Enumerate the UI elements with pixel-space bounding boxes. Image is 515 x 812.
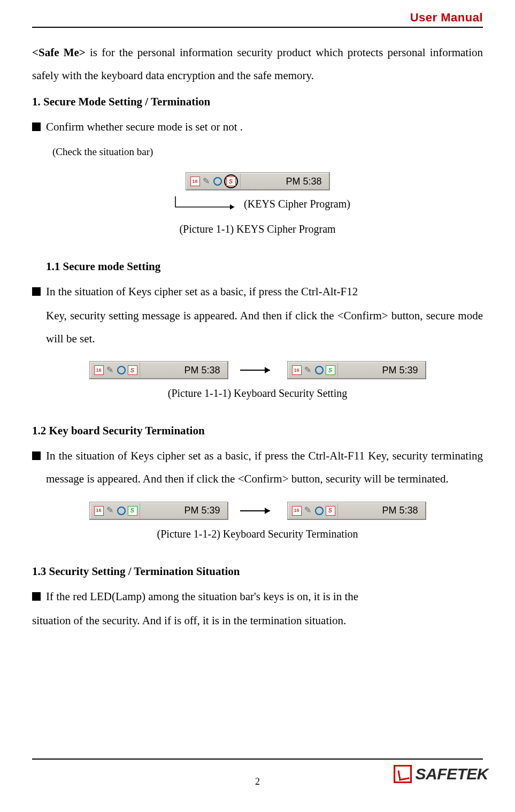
keys-cipher-s-active-icon: S bbox=[326, 365, 335, 375]
tray-icons: 16 ✎ S bbox=[92, 503, 140, 518]
taskbar-mock: 16 ✎ S PM 5:38 bbox=[186, 172, 330, 190]
tray-icons: 16 ✎ S bbox=[290, 363, 338, 378]
calendar-icon: 16 bbox=[292, 365, 302, 375]
calendar-icon: 16 bbox=[94, 506, 104, 516]
page-footer: 2 SAFETEK bbox=[32, 759, 483, 796]
taskbar-after: 16 ✎ S PM 5:39 bbox=[287, 361, 426, 379]
figure-1-1-label: (Picture 1-1) KEYS Cipher Program bbox=[32, 218, 483, 240]
blue-circle-icon bbox=[314, 365, 324, 375]
arrow-right-icon bbox=[239, 365, 276, 376]
sec13-paragraph: situation of the security. And if is off… bbox=[32, 609, 483, 632]
sec11-paragraph: Key, security setting message is appeare… bbox=[46, 304, 483, 350]
keys-cipher-s-active-icon: S bbox=[128, 506, 137, 516]
header-title: User Manual bbox=[410, 11, 483, 24]
intro-paragraph: <Safe Me> is for the personal informatio… bbox=[32, 41, 483, 87]
blue-circle-icon bbox=[117, 365, 126, 375]
sec11-bullet-row: In the situation of Keys cipher set as a… bbox=[32, 280, 483, 303]
section-1-1-heading: 1.1 Secure mode Setting bbox=[46, 255, 483, 278]
taskbar-before: 16 ✎ S PM 5:39 bbox=[89, 502, 228, 520]
taskbar-before: 16 ✎ S PM 5:38 bbox=[89, 361, 228, 379]
taskbar-time-right: PM 5:38 bbox=[338, 501, 424, 520]
taskbar-after: 16 ✎ S PM 5:38 bbox=[287, 502, 426, 520]
taskbar-time-right: PM 5:39 bbox=[338, 361, 424, 380]
safetek-logo-text: SAFETEK bbox=[415, 765, 488, 783]
page-header: User Manual bbox=[32, 11, 483, 28]
callout-arrow-icon bbox=[165, 196, 240, 212]
square-bullet-icon bbox=[32, 287, 41, 296]
figure-1-1: 16 ✎ S PM 5:38 bbox=[32, 168, 483, 191]
keys-cipher-highlight-icon: S bbox=[224, 174, 238, 188]
tray-icons: 16 ✎ S bbox=[188, 174, 241, 189]
pen-icon: ✎ bbox=[303, 506, 313, 516]
pen-icon: ✎ bbox=[105, 365, 115, 375]
intro-bold: <Safe Me> bbox=[32, 46, 86, 59]
keys-cipher-s-icon: S bbox=[226, 177, 236, 186]
keys-cipher-s-icon: S bbox=[128, 365, 137, 375]
sec12-bullet-row: In the situation of Keys cipher set as a… bbox=[32, 445, 483, 491]
taskbar-time-left: PM 5:39 bbox=[140, 501, 226, 520]
sec1-bullet-row: Confirm whether secure mode is set or no… bbox=[32, 116, 483, 139]
pen-icon: ✎ bbox=[202, 177, 211, 186]
blue-circle-icon bbox=[314, 506, 324, 516]
blue-circle-icon bbox=[213, 177, 222, 186]
calendar-icon: 16 bbox=[292, 506, 302, 516]
tray-icons: 16 ✎ S bbox=[290, 503, 338, 518]
intro-rest: is for the personal information security… bbox=[32, 46, 483, 82]
sec1-bullet-text: Confirm whether secure mode is set or no… bbox=[46, 116, 483, 139]
safetek-logo-mark-icon bbox=[394, 765, 412, 783]
arrow-right-icon bbox=[239, 505, 276, 516]
keys-cipher-s-icon: S bbox=[326, 506, 335, 516]
callout-text: (KEYS Cipher Program) bbox=[244, 193, 350, 215]
safetek-logo: SAFETEK bbox=[394, 765, 488, 783]
pen-icon: ✎ bbox=[303, 365, 313, 375]
section-1-3-heading: 1.3 Security Setting / Termination Situa… bbox=[32, 560, 483, 583]
page-content: <Safe Me> is for the personal informatio… bbox=[32, 41, 483, 742]
section-1-heading: 1. Secure Mode Setting / Termination bbox=[32, 90, 483, 113]
callout-row: (KEYS Cipher Program) bbox=[32, 193, 483, 215]
sec11-bullet-line1: In the situation of Keys cipher set as a… bbox=[46, 280, 483, 303]
sec12-bullet-text: In the situation of Keys cipher set as a… bbox=[46, 445, 483, 491]
section-1-2-heading: 1.2 Key board Security Termination bbox=[32, 419, 483, 442]
sec13-bullet-row: If the red LED(Lamp) among the situation… bbox=[32, 585, 483, 608]
figure-1-1-1-label: (Picture 1-1-1) Keyboard Security Settin… bbox=[32, 382, 483, 404]
calendar-icon: 16 bbox=[190, 177, 200, 186]
pen-icon: ✎ bbox=[105, 506, 115, 516]
square-bullet-icon bbox=[32, 451, 41, 460]
square-bullet-icon bbox=[32, 122, 41, 131]
page-number: 2 bbox=[255, 776, 260, 787]
square-bullet-icon bbox=[32, 592, 41, 601]
sec1-check-note: (Check the situation bar) bbox=[52, 142, 483, 163]
taskbar-time-left: PM 5:38 bbox=[140, 361, 226, 380]
figure-1-1-2-label: (Picture 1-1-2) Keyboard Security Termin… bbox=[32, 523, 483, 545]
calendar-icon: 16 bbox=[94, 365, 104, 375]
taskbar-time: PM 5:38 bbox=[241, 172, 327, 191]
blue-circle-icon bbox=[117, 506, 126, 516]
figure-1-1-2: 16 ✎ S PM 5:39 16 ✎ S PM 5:38 bbox=[32, 502, 483, 520]
tray-icons: 16 ✎ S bbox=[92, 363, 140, 378]
figure-1-1-1: 16 ✎ S PM 5:38 16 ✎ S PM 5:39 bbox=[32, 361, 483, 379]
sec13-bullet-line1: If the red LED(Lamp) among the situation… bbox=[46, 585, 483, 608]
